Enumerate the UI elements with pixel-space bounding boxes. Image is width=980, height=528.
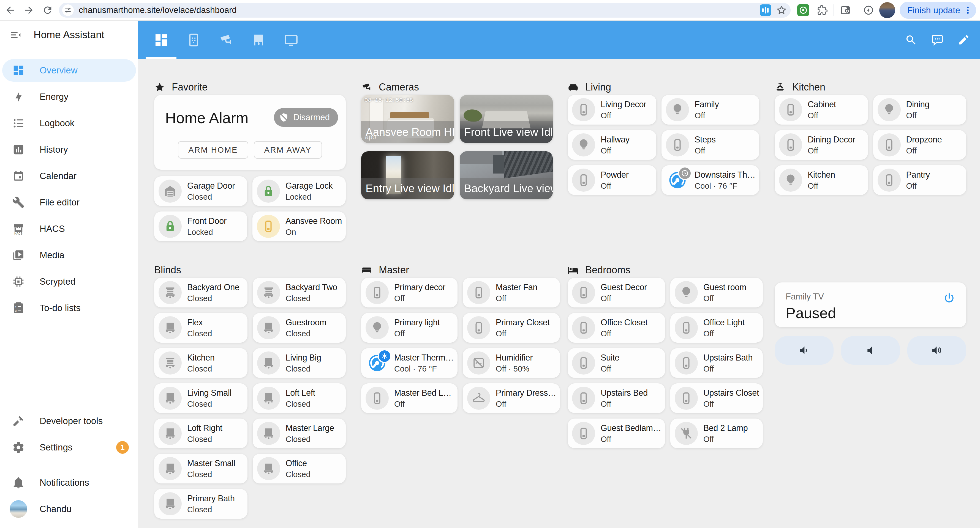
entity-card-garage-lock[interactable]: Garage LockLocked <box>253 176 346 206</box>
performance-icon[interactable] <box>862 4 875 16</box>
entity-card-dining-decor[interactable]: Dining DecorOff <box>775 130 868 160</box>
assist-chat-icon[interactable] <box>931 33 943 46</box>
entity-card-backyard-one[interactable]: Backyard OneClosed <box>154 278 248 308</box>
browser-sidebar-search-icon[interactable] <box>839 4 852 16</box>
sidebar-item-developer-tools[interactable]: Developer tools <box>2 410 136 432</box>
entity-card-master-fan[interactable]: Master FanOff <box>463 278 560 308</box>
entity-card-family[interactable]: FamilyOff <box>662 95 759 125</box>
bookmark-star-icon[interactable] <box>776 5 787 16</box>
site-settings-icon[interactable] <box>62 5 74 16</box>
sidebar-item-file-editor[interactable]: File editor <box>2 191 136 214</box>
entity-card-garage-door[interactable]: Garage DoorClosed <box>154 176 247 206</box>
entity-card-guestroom[interactable]: GuestroomClosed <box>253 313 346 342</box>
entity-card-cabinet[interactable]: CabinetOff <box>775 95 868 125</box>
entity-card-backyard-two[interactable]: Backyard TwoClosed <box>253 278 346 308</box>
volume-mute-button[interactable] <box>841 336 900 365</box>
media-player-card[interactable]: Family TVPaused <box>775 282 966 327</box>
entity-card-hallway[interactable]: HallwayOff <box>568 130 656 160</box>
sidebar-toggle-icon[interactable] <box>10 29 22 41</box>
browser-menu-icon[interactable] <box>963 5 973 15</box>
arm-away-button[interactable]: ARM AWAY <box>254 141 322 159</box>
edit-pencil-icon[interactable] <box>958 33 970 46</box>
sidebar-item-history[interactable]: History <box>2 138 136 161</box>
entity-card-primary-decor[interactable]: Primary decorOff <box>361 278 458 308</box>
camera-tile-front-live-view-idle[interactable]: Front Live view Idle <box>460 95 553 143</box>
sidebar-item-energy[interactable]: Energy <box>2 86 136 108</box>
address-bar[interactable]: chanusmarthome.site/lovelace/dashboard <box>59 3 791 17</box>
url-text[interactable]: chanusmarthome.site/lovelace/dashboard <box>79 5 760 15</box>
entity-card-living-big[interactable]: Living BigClosed <box>253 348 346 378</box>
section-title: Blinds <box>154 264 181 276</box>
sidebar-item-to-do-lists[interactable]: 12To-do lists <box>2 297 136 319</box>
entity-card-upstairs-closet[interactable]: Upstairs ClosetOff <box>670 383 763 413</box>
entity-card-kitchen[interactable]: KitchenClosed <box>154 348 248 378</box>
camera-tile-backyard-live-viewidl[interactable]: Backyard Live viewIdl <box>460 151 553 199</box>
entity-card-flex[interactable]: FlexClosed <box>154 313 248 342</box>
entity-card-loft-right[interactable]: Loft RightClosed <box>154 419 248 448</box>
entity-card-dining[interactable]: DiningOff <box>873 95 967 125</box>
tab-tv[interactable] <box>275 21 307 59</box>
camera-tile-aansvee-room-hd-st[interactable]: 08-15 12:59:58Aansvee Room HD Stapo <box>361 95 454 143</box>
entity-card-office[interactable]: OfficeClosed <box>253 454 346 484</box>
power-icon[interactable] <box>943 292 956 305</box>
tab-panel[interactable] <box>177 21 210 59</box>
extensions-puzzle-icon[interactable] <box>816 4 829 16</box>
entity-card-downstairs-th[interactable]: Downstairs Th…Cool · 76 °F <box>662 165 759 195</box>
entity-card-primary-light[interactable]: Primary lightOff <box>361 313 458 342</box>
entity-card-guest-bedlam[interactable]: Guest Bedlam…Off <box>568 419 665 448</box>
sidebar-item-logbook[interactable]: Logbook <box>2 112 136 135</box>
entity-card-master-bed-l[interactable]: Master Bed L…Off <box>361 383 458 413</box>
entity-card-living-small[interactable]: Living SmallClosed <box>154 383 248 413</box>
alarm-state-badge[interactable]: Disarmed <box>274 108 338 127</box>
entity-card-master-therm[interactable]: Master Therm…Cool · 76 °F <box>361 348 458 378</box>
camera-tile-entry-live-view-idle[interactable]: Entry Live view Idle <box>361 151 454 199</box>
alarm-card[interactable]: Home AlarmDisarmedARM HOMEARM AWAY <box>154 95 346 170</box>
entity-card-master-large[interactable]: Master LargeClosed <box>253 419 346 448</box>
forward-icon[interactable] <box>22 4 35 16</box>
tab-blinds[interactable] <box>242 21 275 59</box>
entity-card-front-door[interactable]: Front DoorLocked <box>154 211 247 241</box>
entity-card-suite[interactable]: SuiteOff <box>568 348 665 378</box>
entity-card-guest-decor[interactable]: Guest DecorOff <box>568 278 665 308</box>
entity-card-primary-bath[interactable]: Primary BathClosed <box>154 489 248 518</box>
entity-card-dropzone[interactable]: DropzoneOff <box>873 130 967 160</box>
entity-card-kitchen[interactable]: KitchenOff <box>775 165 868 195</box>
entity-card-office-closet[interactable]: Office ClosetOff <box>568 313 665 342</box>
entity-card-steps[interactable]: StepsOff <box>662 130 759 160</box>
browser-profile-avatar[interactable] <box>879 2 895 18</box>
back-icon[interactable] <box>4 4 16 16</box>
entity-card-primary-dress[interactable]: Primary Dress…Off <box>463 383 560 413</box>
sidebar-user[interactable]: Chandu <box>2 498 136 520</box>
entity-card-bed-2-lamp[interactable]: Bed 2 LampOff <box>670 419 763 448</box>
entity-card-aansvee-room[interactable]: Aansvee RoomOn <box>253 211 346 241</box>
entity-card-pantry[interactable]: PantryOff <box>873 165 967 195</box>
entity-card-powder[interactable]: PowderOff <box>568 165 656 195</box>
search-icon[interactable] <box>905 33 917 46</box>
reload-icon[interactable] <box>41 4 54 16</box>
entity-name: Downstairs Th… <box>695 170 756 179</box>
site-app-icon[interactable] <box>760 5 772 16</box>
sidebar-item-overview[interactable]: Overview <box>2 59 136 82</box>
extension-green-icon[interactable] <box>797 4 809 16</box>
entity-card-upstairs-bath[interactable]: Upstairs BathOff <box>670 348 763 378</box>
tab-cameras[interactable] <box>210 21 242 59</box>
tab-dashboard[interactable] <box>145 21 177 59</box>
entity-card-living-decor[interactable]: Living DecorOff <box>568 95 656 125</box>
entity-card-upstairs-bed[interactable]: Upstairs BedOff <box>568 383 665 413</box>
entity-card-guest-room[interactable]: Guest roomOff <box>670 278 763 308</box>
volume-down-button[interactable] <box>775 336 834 365</box>
entity-card-loft-left[interactable]: Loft LeftClosed <box>253 383 346 413</box>
volume-up-button[interactable] <box>907 336 966 365</box>
sidebar-item-settings[interactable]: Settings1 <box>2 436 136 459</box>
entity-card-office-light[interactable]: Office LightOff <box>670 313 763 342</box>
entity-card-primary-closet[interactable]: Primary ClosetOff <box>463 313 560 342</box>
entity-card-humidifier[interactable]: HumidifierOff · 50% <box>463 348 560 378</box>
sidebar-item-hacs[interactable]: HACSHACS <box>2 217 136 240</box>
sidebar-item-notifications[interactable]: Notifications <box>2 471 136 494</box>
sidebar-item-scrypted[interactable]: Scrypted <box>2 270 136 293</box>
finish-update-button[interactable]: Finish update <box>900 2 976 19</box>
arm-home-button[interactable]: ARM HOME <box>178 141 248 159</box>
sidebar-item-calendar[interactable]: Calendar <box>2 165 136 187</box>
entity-card-master-small[interactable]: Master SmallClosed <box>154 454 248 484</box>
sidebar-item-media[interactable]: Media <box>2 244 136 266</box>
